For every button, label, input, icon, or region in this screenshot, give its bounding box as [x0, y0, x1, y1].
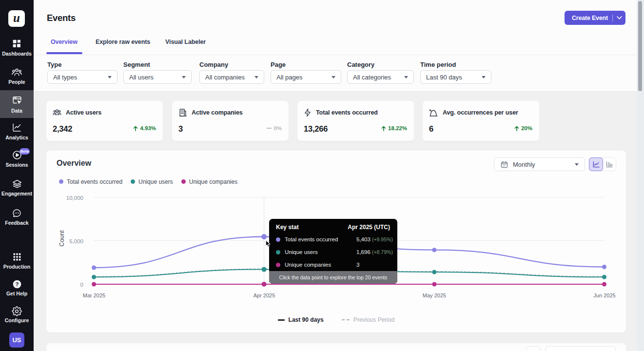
svg-text:?: ? [15, 281, 19, 287]
